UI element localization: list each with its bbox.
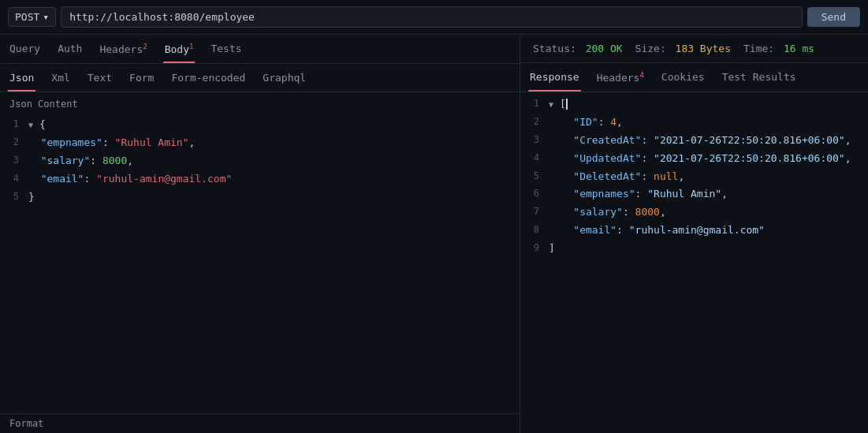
sub-tab-json[interactable]: Json [8, 69, 35, 91]
time-value: 16 ms [784, 43, 814, 54]
tab-headers[interactable]: Headers2 [98, 39, 148, 63]
tab-response[interactable]: Response [528, 68, 581, 91]
sub-tab-text[interactable]: Text [86, 69, 114, 91]
code-line: 2 "empnames": "Ruhul Amin", [0, 134, 520, 152]
right-panel: Status: 200 OK Size: 183 Bytes Time: 16 … [520, 35, 868, 433]
status-item: Status: 200 OK [533, 43, 623, 54]
tab-tests[interactable]: Tests [209, 39, 243, 63]
code-line: 2 "ID": 4, [520, 114, 868, 132]
size-item: Size: 183 Bytes [635, 43, 731, 54]
status-bar: Status: 200 OK Size: 183 Bytes Time: 16 … [520, 35, 868, 63]
sub-tab-form[interactable]: Form [128, 69, 155, 91]
json-editor[interactable]: 1▼ {2 "empnames": "Ruhul Amin",3 "salary… [0, 113, 520, 413]
method-label: POST [15, 11, 39, 23]
sub-tab-xml[interactable]: Xml [50, 69, 71, 91]
code-line: 3 "salary": 8000, [0, 152, 520, 170]
chevron-down-icon: ▾ [43, 11, 49, 23]
left-panel: Query Auth Headers2 Body1 Tests Json Xml [0, 35, 520, 433]
top-bar: POST ▾ Send [0, 0, 868, 35]
response-editor: 1▼ [2 "ID": 4,3 "CreatedAt": "2021-07-26… [520, 92, 868, 433]
code-line: 9] [520, 240, 868, 258]
method-selector[interactable]: POST ▾ [8, 7, 56, 27]
response-tabs: Response Headers4 Cookies Test Results [520, 63, 868, 92]
code-line: 3 "CreatedAt": "2021-07-26T22:50:20.816+… [520, 132, 868, 150]
send-button[interactable]: Send [807, 7, 860, 27]
size-value: 183 Bytes [676, 43, 731, 54]
tab-body[interactable]: Body1 [163, 39, 196, 63]
sub-tab-form-encoded[interactable]: Form-encoded [170, 69, 247, 91]
request-tabs: Query Auth Headers2 Body1 Tests [0, 35, 520, 64]
code-line: 8 "email": "ruhul-amin@gmail.com" [520, 222, 868, 240]
body-sub-tabs: Json Xml Text Form Form-encoded Graphql [0, 64, 520, 92]
code-line: 1▼ [ [520, 95, 868, 114]
format-button[interactable]: Format [0, 413, 520, 433]
code-line: 1▼ { [0, 116, 520, 134]
tab-cookies[interactable]: Cookies [660, 68, 706, 91]
tab-test-results[interactable]: Test Results [721, 68, 798, 91]
status-value: 200 OK [586, 43, 623, 54]
code-line: 5 "DeletedAt": null, [520, 168, 868, 186]
main-layout: Query Auth Headers2 Body1 Tests Json Xml [0, 35, 868, 433]
tab-query[interactable]: Query [8, 39, 42, 63]
tab-auth[interactable]: Auth [56, 39, 84, 63]
code-line: 5} [0, 189, 520, 207]
text-cursor [566, 99, 568, 110]
code-line: 6 "empnames": "Ruhul Amin", [520, 185, 868, 203]
content-label: Json Content [0, 92, 520, 113]
code-line: 4 "email": "ruhul-amin@gmail.com" [0, 170, 520, 189]
url-input[interactable] [61, 6, 803, 28]
tab-response-headers[interactable]: Headers4 [595, 68, 646, 91]
sub-tab-graphql[interactable]: Graphql [261, 69, 307, 91]
code-line: 7 "salary": 8000, [520, 203, 868, 222]
code-line: 4 "UpdatedAt": "2021-07-26T22:50:20.816+… [520, 150, 868, 168]
time-item: Time: 16 ms [743, 43, 814, 54]
